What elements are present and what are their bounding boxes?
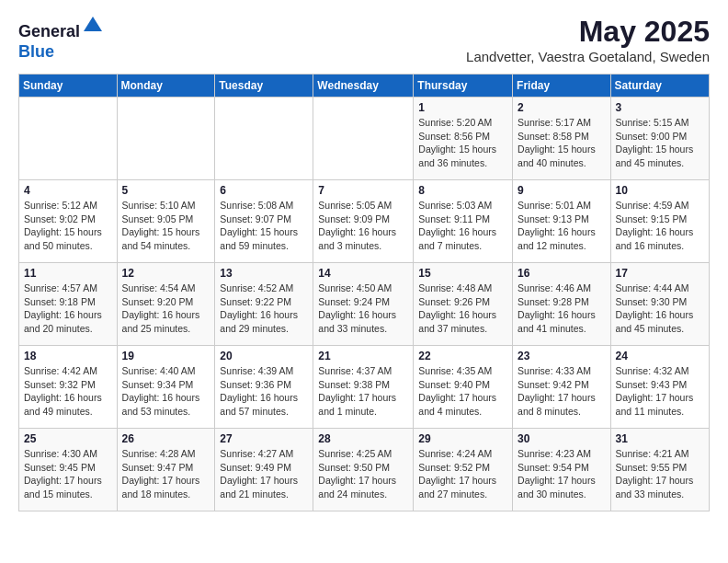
day-number: 26 [122,432,210,445]
calendar-cell: 15Sunrise: 4:48 AM Sunset: 9:26 PM Dayli… [414,263,513,346]
calendar-cell: 26Sunrise: 4:28 AM Sunset: 9:47 PM Dayli… [117,429,215,511]
calendar-cell: 3Sunrise: 5:15 AM Sunset: 9:00 PM Daylig… [610,98,709,180]
day-info: Sunrise: 4:40 AM Sunset: 9:34 PM Dayligh… [122,364,210,419]
calendar-cell [117,98,215,180]
day-info: Sunrise: 5:12 AM Sunset: 9:02 PM Dayligh… [24,199,112,253]
day-info: Sunrise: 4:50 AM Sunset: 9:24 PM Dayligh… [318,282,408,336]
calendar-cell: 31Sunrise: 4:21 AM Sunset: 9:55 PM Dayli… [610,429,709,511]
calendar-cell: 25Sunrise: 4:30 AM Sunset: 9:45 PM Dayli… [19,429,118,511]
day-number: 22 [418,350,507,362]
calendar-title: May 2025 [466,15,710,49]
day-info: Sunrise: 4:30 AM Sunset: 9:45 PM Dayligh… [24,447,112,501]
day-number: 31 [616,432,704,445]
day-info: Sunrise: 5:03 AM Sunset: 9:11 PM Dayligh… [418,199,507,253]
col-header-thursday: Thursday [414,75,513,98]
logo-icon [82,15,104,37]
col-header-tuesday: Tuesday [215,75,313,98]
week-row-5: 25Sunrise: 4:30 AM Sunset: 9:45 PM Dayli… [19,429,710,511]
col-header-friday: Friday [513,75,611,98]
calendar-cell: 2Sunrise: 5:17 AM Sunset: 8:58 PM Daylig… [513,98,611,180]
col-header-wednesday: Wednesday [313,75,414,98]
calendar-cell: 10Sunrise: 4:59 AM Sunset: 9:15 PM Dayli… [610,180,709,263]
day-number: 11 [24,267,112,280]
calendar-cell: 22Sunrise: 4:35 AM Sunset: 9:40 PM Dayli… [414,346,513,429]
day-number: 27 [220,432,308,445]
day-info: Sunrise: 4:37 AM Sunset: 9:38 PM Dayligh… [318,364,408,419]
calendar-cell: 18Sunrise: 4:42 AM Sunset: 9:32 PM Dayli… [19,346,118,429]
calendar-cell [215,98,313,180]
calendar-cell: 16Sunrise: 4:46 AM Sunset: 9:28 PM Dayli… [513,263,611,346]
day-number: 5 [122,184,210,197]
day-info: Sunrise: 4:33 AM Sunset: 9:42 PM Dayligh… [518,364,606,419]
calendar-cell: 9Sunrise: 5:01 AM Sunset: 9:13 PM Daylig… [513,180,611,263]
week-row-2: 4Sunrise: 5:12 AM Sunset: 9:02 PM Daylig… [19,180,710,263]
col-header-sunday: Sunday [19,75,118,98]
calendar-cell: 8Sunrise: 5:03 AM Sunset: 9:11 PM Daylig… [414,180,513,263]
col-header-saturday: Saturday [610,75,709,98]
day-number: 18 [24,350,112,362]
calendar-cell: 4Sunrise: 5:12 AM Sunset: 9:02 PM Daylig… [19,180,118,263]
calendar-cell [313,98,414,180]
day-info: Sunrise: 4:24 AM Sunset: 9:52 PM Dayligh… [418,447,507,501]
day-info: Sunrise: 5:10 AM Sunset: 9:05 PM Dayligh… [122,199,210,253]
day-info: Sunrise: 4:48 AM Sunset: 9:26 PM Dayligh… [418,282,507,336]
day-info: Sunrise: 4:54 AM Sunset: 9:20 PM Dayligh… [122,282,210,336]
day-info: Sunrise: 4:32 AM Sunset: 9:43 PM Dayligh… [616,364,704,419]
calendar-cell: 30Sunrise: 4:23 AM Sunset: 9:54 PM Dayli… [513,429,611,511]
day-number: 4 [24,184,112,197]
calendar-cell: 24Sunrise: 4:32 AM Sunset: 9:43 PM Dayli… [610,346,709,429]
calendar-cell: 5Sunrise: 5:10 AM Sunset: 9:05 PM Daylig… [117,180,215,263]
logo: General Blue [18,15,104,62]
calendar-cell: 17Sunrise: 4:44 AM Sunset: 9:30 PM Dayli… [610,263,709,346]
day-number: 15 [418,267,507,280]
day-info: Sunrise: 4:35 AM Sunset: 9:40 PM Dayligh… [418,364,507,419]
day-info: Sunrise: 5:15 AM Sunset: 9:00 PM Dayligh… [616,116,704,170]
header-row: SundayMondayTuesdayWednesdayThursdayFrid… [19,75,710,98]
day-info: Sunrise: 5:20 AM Sunset: 8:56 PM Dayligh… [418,116,507,170]
day-info: Sunrise: 4:21 AM Sunset: 9:55 PM Dayligh… [616,447,704,501]
week-row-3: 11Sunrise: 4:57 AM Sunset: 9:18 PM Dayli… [19,263,710,346]
day-number: 19 [122,350,210,362]
calendar-subtitle: Landvetter, Vaestra Goetaland, Sweden [466,49,710,64]
day-info: Sunrise: 4:23 AM Sunset: 9:54 PM Dayligh… [518,447,606,501]
day-info: Sunrise: 4:57 AM Sunset: 9:18 PM Dayligh… [24,282,112,336]
day-info: Sunrise: 4:28 AM Sunset: 9:47 PM Dayligh… [122,447,210,501]
calendar-cell: 27Sunrise: 4:27 AM Sunset: 9:49 PM Dayli… [215,429,313,511]
day-number: 23 [518,350,606,362]
day-number: 10 [616,184,704,197]
day-info: Sunrise: 5:17 AM Sunset: 8:58 PM Dayligh… [518,116,606,170]
day-number: 14 [318,267,408,280]
logo-general: General [18,22,80,40]
day-info: Sunrise: 4:25 AM Sunset: 9:50 PM Dayligh… [318,447,408,501]
day-number: 1 [418,101,507,114]
calendar-cell: 29Sunrise: 4:24 AM Sunset: 9:52 PM Dayli… [414,429,513,511]
day-number: 12 [122,267,210,280]
calendar-table: SundayMondayTuesdayWednesdayThursdayFrid… [18,74,710,511]
day-number: 13 [220,267,308,280]
week-row-1: 1Sunrise: 5:20 AM Sunset: 8:56 PM Daylig… [19,98,710,180]
day-number: 30 [518,432,606,445]
day-info: Sunrise: 4:52 AM Sunset: 9:22 PM Dayligh… [220,282,308,336]
svg-marker-0 [84,17,102,31]
calendar-cell: 7Sunrise: 5:05 AM Sunset: 9:09 PM Daylig… [313,180,414,263]
page-header: General Blue May 2025 Landvetter, Vaestr… [18,15,710,64]
day-number: 28 [318,432,408,445]
calendar-cell: 13Sunrise: 4:52 AM Sunset: 9:22 PM Dayli… [215,263,313,346]
calendar-cell: 20Sunrise: 4:39 AM Sunset: 9:36 PM Dayli… [215,346,313,429]
calendar-cell: 19Sunrise: 4:40 AM Sunset: 9:34 PM Dayli… [117,346,215,429]
day-number: 3 [616,101,704,114]
day-number: 9 [518,184,606,197]
logo-blue: Blue [18,42,54,61]
day-number: 2 [518,101,606,114]
day-number: 21 [318,350,408,362]
day-number: 25 [24,432,112,445]
day-number: 29 [418,432,507,445]
calendar-cell: 28Sunrise: 4:25 AM Sunset: 9:50 PM Dayli… [313,429,414,511]
calendar-cell: 14Sunrise: 4:50 AM Sunset: 9:24 PM Dayli… [313,263,414,346]
calendar-cell: 6Sunrise: 5:08 AM Sunset: 9:07 PM Daylig… [215,180,313,263]
day-info: Sunrise: 5:05 AM Sunset: 9:09 PM Dayligh… [318,199,408,253]
day-number: 24 [616,350,704,362]
day-info: Sunrise: 4:44 AM Sunset: 9:30 PM Dayligh… [616,282,704,336]
calendar-cell [19,98,118,180]
day-info: Sunrise: 4:42 AM Sunset: 9:32 PM Dayligh… [24,364,112,419]
